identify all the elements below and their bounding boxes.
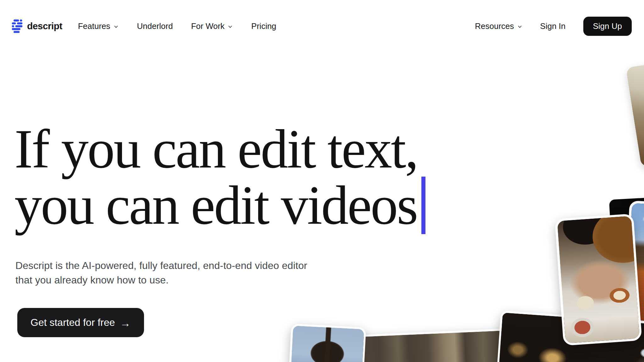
get-started-button[interactable]: Get started for free →	[17, 308, 144, 337]
nav-item-label: Resources	[475, 21, 514, 31]
sign-in-link[interactable]: Sign In	[540, 21, 566, 31]
main-nav: Features Underlord For Work Pricing	[78, 21, 276, 31]
subtext-line1: Descript is the AI-powered, fully featur…	[15, 260, 307, 271]
nav-item-underlord[interactable]: Underlord	[137, 21, 173, 31]
sign-up-button[interactable]: Sign Up	[583, 17, 632, 36]
sign-in-label: Sign In	[540, 21, 566, 31]
nav-item-label: For Work	[191, 21, 225, 31]
man-with-glasses-image	[291, 326, 364, 362]
video-thumb-workshop-sliver	[626, 59, 644, 167]
descript-logo[interactable]: descript	[11, 19, 62, 33]
nav-item-for-work[interactable]: For Work	[191, 21, 233, 31]
nav-item-label: Features	[78, 21, 110, 31]
headline-line1: If you can edit text,	[14, 118, 417, 179]
video-thumb-dim-interior	[355, 328, 510, 362]
text-cursor	[421, 177, 425, 234]
account-nav: Resources Sign In Sign Up	[475, 17, 632, 36]
top-navigation: descript Features Underlord For Work Pri…	[11, 16, 632, 36]
video-thumb-man-with-glasses	[289, 324, 366, 362]
chevron-down-icon	[517, 24, 523, 30]
hero-headline: If you can edit text, you can edit video…	[14, 121, 425, 234]
subtext-line2: that you already know how to use.	[15, 274, 169, 286]
workshop-sliver-image	[626, 59, 644, 167]
nav-item-label: Underlord	[137, 21, 173, 31]
video-thumb-chef-dessert	[555, 214, 642, 346]
chevron-down-icon	[227, 24, 233, 30]
headline-line2: you can edit videos	[14, 175, 417, 236]
descript-wordmark: descript	[27, 21, 62, 31]
chef-dessert-image	[557, 216, 640, 343]
nav-item-resources[interactable]: Resources	[475, 21, 522, 31]
descript-logo-icon	[11, 19, 24, 33]
hero-subtext: Descript is the AI-powered, fully featur…	[15, 258, 307, 287]
get-started-label: Get started for free	[31, 317, 115, 328]
arrow-right-icon: →	[120, 318, 131, 328]
dim-interior-image	[358, 331, 509, 362]
nav-item-pricing[interactable]: Pricing	[251, 21, 276, 31]
chevron-down-icon	[113, 24, 119, 30]
nav-item-features[interactable]: Features	[78, 21, 119, 31]
nav-item-label: Pricing	[251, 21, 276, 31]
